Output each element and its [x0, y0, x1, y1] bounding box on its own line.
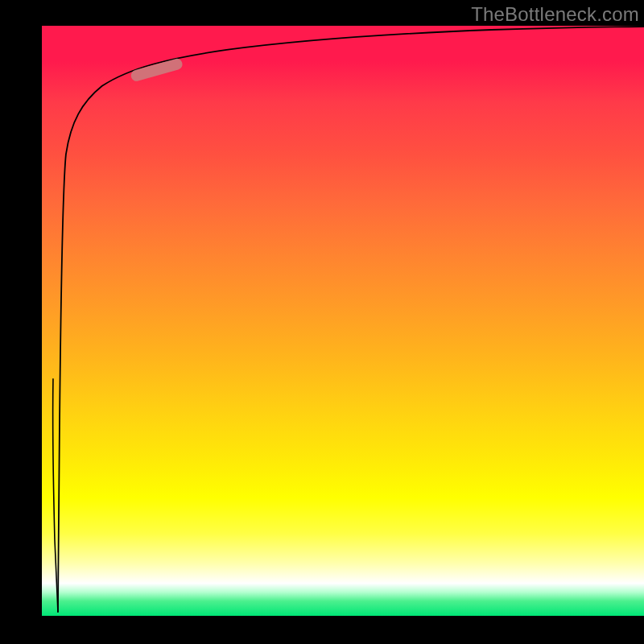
plot-area [40, 26, 644, 617]
chart-frame: TheBottleneck.com [0, 0, 644, 644]
watermark-text: TheBottleneck.com [471, 3, 639, 26]
highlight-marker [137, 64, 177, 76]
bottleneck-curve-drop [53, 379, 58, 612]
curve-layer [42, 26, 644, 616]
bottleneck-curve [58, 27, 644, 612]
